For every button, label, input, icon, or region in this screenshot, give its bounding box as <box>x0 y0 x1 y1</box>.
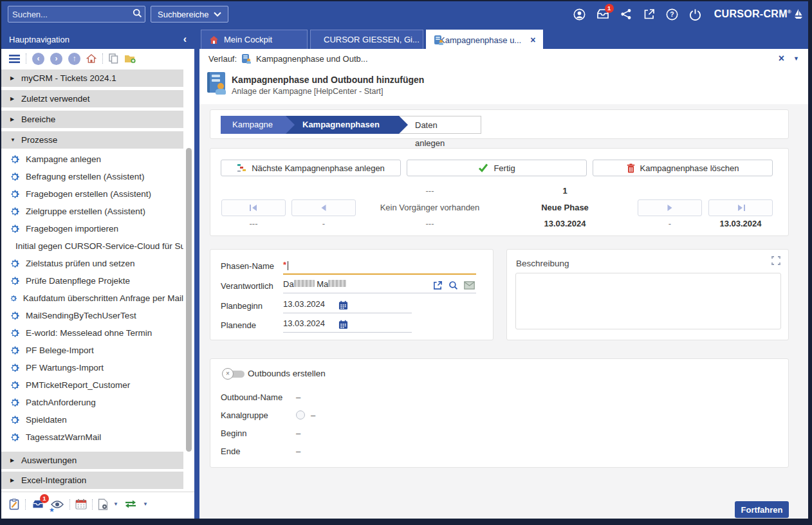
trash-icon <box>627 163 635 173</box>
process-item[interactable]: PatchAnforderung <box>1 394 183 411</box>
planbeginn-field[interactable]: 13.03.2024 <box>283 299 412 313</box>
phase-navigation-card: Nächste Kampagnenphase anlegen Fertig Ka… <box>210 148 789 236</box>
watch-favorites-icon[interactable]: ★ <box>50 497 64 511</box>
process-item[interactable]: Fragebogen importieren <box>1 220 183 237</box>
tab-mein-cockpit[interactable]: Mein Cockpit <box>201 30 308 49</box>
nav-forward-icon[interactable]: › <box>50 53 62 65</box>
wizard-step-kampagne[interactable]: Kampagne <box>221 116 295 134</box>
search-icon[interactable] <box>129 8 145 20</box>
home-icon[interactable] <box>86 54 97 63</box>
process-item-label: PMTicketReport_Customer <box>26 380 130 390</box>
separator <box>92 499 93 510</box>
logout-power-icon[interactable] <box>688 7 703 21</box>
nav-back-icon[interactable]: ‹ <box>32 53 44 65</box>
search-icon[interactable] <box>448 281 458 290</box>
process-item[interactable]: Initial gegen CURSOR-Service-Cloud für S… <box>1 237 183 255</box>
verantwortlich-field[interactable]: Da Ma <box>283 279 476 293</box>
text-cursor <box>288 261 288 270</box>
dropdown-caret-icon[interactable]: ▼ <box>143 501 148 507</box>
finish-button[interactable]: Fertig <box>407 160 587 176</box>
menu-hamburger-icon[interactable] <box>9 55 20 63</box>
previous-phase-button[interactable] <box>291 199 356 216</box>
sidebar-section-excel-integration[interactable]: ▶ Excel-Integration <box>1 472 183 489</box>
process-gear-icon <box>10 207 20 217</box>
process-item-label: Spieldaten <box>26 415 67 425</box>
document-settings-icon[interactable] <box>98 499 108 510</box>
sidebar-collapse-icon[interactable]: ‹ <box>183 34 187 44</box>
process-item[interactable]: TagessatzWarnMail <box>1 428 183 446</box>
kanalgruppe-radio[interactable] <box>296 410 305 419</box>
process-item[interactable]: MailSendingByTechUserTest <box>1 307 183 324</box>
datepicker-icon[interactable] <box>338 300 348 310</box>
open-record-icon[interactable] <box>433 281 443 290</box>
wizard-step-daten-anlegen[interactable]: Daten anlegen <box>398 116 481 134</box>
chevron-down-icon[interactable]: ▼ <box>793 55 799 62</box>
continue-button[interactable]: Fortfahren <box>735 501 789 518</box>
sidebar-section-prozesse[interactable]: ▼ Prozesse <box>1 131 183 149</box>
last-phase-button[interactable] <box>708 199 773 216</box>
process-item[interactable]: E-world: Messelead ohne Termin <box>1 324 183 342</box>
sidebar-section-auswertungen[interactable]: ▶ Auswertungen <box>1 452 183 469</box>
required-asterisk: * <box>283 260 286 270</box>
current-phase-date: 13.03.2024 <box>510 216 620 230</box>
search-input[interactable] <box>8 10 129 19</box>
process-item[interactable]: Zielgruppe erstellen (Assistent) <box>1 203 183 220</box>
nav-up-icon[interactable]: ↑ <box>68 53 80 65</box>
inbox-tray-icon[interactable]: 1 <box>31 497 45 511</box>
datepicker-icon[interactable] <box>338 320 348 329</box>
process-gear-icon <box>10 398 20 408</box>
suchbereiche-dropdown[interactable]: Suchbereiche <box>151 6 228 23</box>
process-item[interactable]: Spieldaten <box>1 411 183 428</box>
sync-icon[interactable] <box>124 499 138 509</box>
process-item-label: Fragebogen erstellen (Assistent) <box>26 189 151 199</box>
process-gear-icon <box>10 293 17 304</box>
first-phase-button[interactable] <box>221 199 286 216</box>
pagination-prev-col: - <box>291 184 356 230</box>
help-icon[interactable]: ? <box>665 7 679 21</box>
tab-kampagnenphase[interactable]: Kampagnenphase u... × <box>426 30 543 50</box>
process-item[interactable]: PF Belege-Import <box>1 342 183 359</box>
tab-cursor-giessen[interactable]: CURSOR GIESSEN, Gi... × <box>310 30 423 49</box>
new-folder-icon[interactable] <box>124 53 136 64</box>
notifications-tray-icon[interactable]: 1 <box>596 7 610 21</box>
process-item[interactable]: Kampagne anlegen <box>1 151 183 168</box>
process-item-label: PatchAnforderung <box>26 398 96 407</box>
calendar-icon[interactable] <box>75 499 87 510</box>
process-item-label: Zielstatus prüfen und setzen <box>26 259 135 268</box>
outbounds-toggle[interactable]: × <box>222 368 248 380</box>
process-item[interactable]: Fragebogen erstellen (Assistent) <box>1 185 183 203</box>
next-phase-nav-button[interactable] <box>638 199 702 216</box>
sidebar-section-mycrm[interactable]: ▶ myCRM - Tickets 2024.1 <box>1 69 183 87</box>
process-item[interactable]: Zielstatus prüfen und setzen <box>1 255 183 272</box>
ende-value: – <box>296 447 300 456</box>
process-item[interactable]: Prüfe Datenpflege Projekte <box>1 272 183 290</box>
history-item[interactable]: Kampagnenphase und Outb... <box>256 54 367 64</box>
phasen-name-field[interactable]: * <box>283 260 288 270</box>
planende-field[interactable]: 13.03.2024 <box>283 318 412 333</box>
mail-icon[interactable] <box>464 281 475 290</box>
sidebar-scrollbar[interactable] <box>186 148 192 452</box>
expand-icon[interactable] <box>771 256 780 267</box>
next-phase-button[interactable]: Nächste Kampagnenphase anlegen <box>221 160 401 176</box>
sidebar-section-bereiche[interactable]: ▶ Bereiche <box>1 111 183 128</box>
process-item[interactable]: PMTicketReport_Customer <box>1 376 183 394</box>
notes-edit-icon[interactable] <box>9 499 20 510</box>
beschreibung-textarea[interactable] <box>515 273 781 329</box>
wizard-step-kampagnenphasen[interactable]: Kampagnenphasen <box>286 116 408 134</box>
sidebar-section-zuletzt-verwendet[interactable]: ▶ Zuletzt verwendet <box>1 90 183 107</box>
process-gear-icon <box>10 259 20 269</box>
delete-phase-button[interactable]: Kampagnenphase löschen <box>593 160 773 176</box>
tab-close-icon[interactable]: × <box>530 35 535 44</box>
close-icon[interactable]: × <box>779 53 784 64</box>
open-in-new-window-icon[interactable] <box>642 7 656 21</box>
copy-icon[interactable] <box>109 53 118 64</box>
process-item-label: TagessatzWarnMail <box>26 432 101 442</box>
process-item[interactable]: Kaufdatum überschritten Anfrage per Mail <box>1 290 183 307</box>
user-account-icon[interactable] <box>573 7 587 21</box>
share-icon[interactable] <box>619 7 633 21</box>
star-icon: ★ <box>49 506 55 513</box>
planbeginn-label: Planbeginn <box>221 301 263 311</box>
dropdown-caret-icon[interactable]: ▼ <box>113 501 118 507</box>
process-item[interactable]: PF Wartungs-Import <box>1 359 183 376</box>
process-item[interactable]: Befragung erstellen (Assistent) <box>1 168 183 185</box>
